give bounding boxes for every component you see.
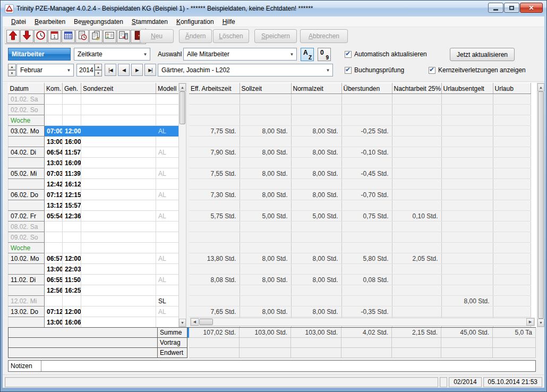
date-cell[interactable]: 03.02. Mo bbox=[8, 126, 45, 137]
modell-cell[interactable]: AL bbox=[156, 211, 179, 221]
modell-cell[interactable] bbox=[156, 243, 179, 253]
scroll-right-icon[interactable]: ▶ bbox=[526, 318, 534, 326]
date-cell[interactable]: 02.02. So bbox=[8, 105, 45, 115]
date-cell[interactable]: 10.02. Mo bbox=[8, 253, 45, 264]
nav-next-button[interactable]: ▶ bbox=[131, 64, 143, 76]
sonderzeit-cell[interactable] bbox=[81, 317, 156, 328]
sonderzeit-cell[interactable] bbox=[81, 190, 156, 200]
terminal-transfer-button[interactable] bbox=[117, 30, 130, 43]
sonderzeit-cell[interactable] bbox=[81, 221, 156, 232]
geht-cell[interactable]: 12:00 bbox=[63, 253, 81, 264]
geht-cell[interactable]: 12:00 bbox=[63, 126, 81, 137]
modell-cell[interactable]: AL bbox=[156, 126, 179, 137]
selection-combobox[interactable]: Alle Mitarbeiter ▼ bbox=[183, 48, 297, 61]
date-cell[interactable]: 08.02. Sa bbox=[8, 221, 45, 232]
modell-cell[interactable] bbox=[156, 317, 179, 328]
sonderzeit-cell[interactable] bbox=[81, 147, 156, 158]
month-stepper[interactable]: ▲ ▼ bbox=[8, 64, 16, 76]
kommt-cell[interactable]: 12:42 bbox=[45, 179, 63, 190]
date-cell[interactable]: 05.02. Mi bbox=[8, 168, 45, 179]
right-grid-hscrollbar[interactable]: ◀ ▶ bbox=[190, 318, 535, 326]
kommt-cell[interactable]: 13:00 bbox=[45, 137, 63, 147]
modell-cell[interactable] bbox=[156, 179, 179, 190]
modell-cell[interactable]: AL bbox=[156, 168, 179, 179]
view-combobox[interactable]: Zeitkarte ▼ bbox=[74, 48, 150, 61]
nav-prev-button[interactable]: ◀ bbox=[118, 64, 130, 76]
geht-cell[interactable] bbox=[63, 105, 81, 115]
scroll-thumb[interactable] bbox=[538, 91, 544, 319]
kommt-cell[interactable]: 06:57 bbox=[45, 253, 63, 264]
kommt-cell[interactable]: 07:00 bbox=[45, 126, 63, 137]
sonderzeit-cell[interactable] bbox=[81, 105, 156, 115]
geht-cell[interactable]: 15:57 bbox=[63, 200, 81, 211]
geht-cell[interactable] bbox=[63, 296, 81, 306]
month-combobox[interactable]: Februar ▼ bbox=[16, 64, 74, 76]
geht-cell[interactable]: 11:39 bbox=[63, 168, 81, 179]
geht-cell[interactable]: 11:57 bbox=[63, 147, 81, 158]
notes-input[interactable] bbox=[41, 361, 535, 371]
geht-cell[interactable] bbox=[63, 221, 81, 232]
modell-cell[interactable] bbox=[156, 200, 179, 211]
left-grid-vscrollbar[interactable]: ▲ ▼ bbox=[178, 83, 186, 327]
sonderzeit-cell[interactable] bbox=[81, 94, 156, 105]
menu-item-stammdaten[interactable]: Stammdaten bbox=[127, 16, 172, 27]
clock-button[interactable] bbox=[34, 30, 47, 43]
modell-cell[interactable] bbox=[156, 158, 179, 168]
scroll-thumb[interactable] bbox=[199, 319, 213, 325]
nav-last-button[interactable]: ▶| bbox=[144, 64, 156, 76]
year-field[interactable]: 2014 bbox=[76, 64, 95, 76]
date-cell[interactable]: 13.02. Do bbox=[8, 306, 45, 317]
geht-cell[interactable]: 16:00 bbox=[63, 137, 81, 147]
modell-cell[interactable]: AL bbox=[156, 275, 179, 285]
kommt-cell[interactable]: 07:12 bbox=[45, 306, 63, 317]
modell-cell[interactable] bbox=[156, 137, 179, 147]
sonderzeit-cell[interactable] bbox=[81, 306, 156, 317]
modell-cell[interactable] bbox=[156, 94, 179, 105]
menu-item-datei[interactable]: Datei bbox=[7, 16, 30, 27]
scroll-up-icon[interactable]: ▲ bbox=[537, 83, 544, 91]
kommt-cell[interactable]: 13:00 bbox=[45, 317, 63, 328]
kommt-cell[interactable]: 07:03 bbox=[45, 168, 63, 179]
sonderzeit-cell[interactable] bbox=[81, 232, 156, 243]
scroll-down-icon[interactable]: ▼ bbox=[179, 319, 186, 327]
date-cell[interactable] bbox=[8, 179, 45, 190]
modell-cell[interactable]: AL bbox=[156, 190, 179, 200]
modell-cell[interactable]: AL bbox=[156, 147, 179, 158]
sonderzeit-cell[interactable] bbox=[81, 285, 156, 296]
sonderzeit-cell[interactable] bbox=[81, 253, 156, 264]
geht-cell[interactable]: 12:00 bbox=[63, 306, 81, 317]
menu-item-bearbeiten[interactable]: Bearbeiten bbox=[30, 16, 70, 27]
geht-cell[interactable] bbox=[63, 115, 81, 126]
sonderzeit-cell[interactable] bbox=[81, 115, 156, 126]
geht-cell[interactable]: 16:25 bbox=[63, 285, 81, 296]
calendar-day-button[interactable]: 1 bbox=[48, 30, 61, 43]
kommt-cell[interactable]: 06:55 bbox=[45, 275, 63, 285]
geht-cell[interactable] bbox=[63, 243, 81, 253]
sonderzeit-cell[interactable] bbox=[81, 264, 156, 275]
time-report-button[interactable] bbox=[75, 30, 89, 43]
ndern-button[interactable]: Ändern bbox=[179, 29, 212, 43]
kommt-cell[interactable]: 13:00 bbox=[45, 264, 63, 275]
sonderzeit-cell[interactable] bbox=[81, 200, 156, 211]
kommt-cell[interactable]: 05:54 bbox=[45, 211, 63, 221]
date-cell[interactable]: 07.02. Fr bbox=[8, 211, 45, 221]
sonderzeit-cell[interactable] bbox=[81, 168, 156, 179]
geht-cell[interactable]: 12:36 bbox=[63, 211, 81, 221]
kommt-cell[interactable] bbox=[45, 94, 63, 105]
right-grid-vscrollbar[interactable]: ▲ ▼ bbox=[537, 83, 544, 327]
neu-button[interactable]: Neu bbox=[140, 29, 174, 43]
calendar-grid-button[interactable] bbox=[62, 30, 75, 43]
modell-cell[interactable] bbox=[156, 264, 179, 275]
sonderzeit-cell[interactable] bbox=[81, 158, 156, 168]
sort-alphabetic-button[interactable]: A Z bbox=[301, 48, 314, 61]
kommt-cell[interactable]: 07:12 bbox=[45, 190, 63, 200]
update-now-button[interactable]: Jetzt aktualisieren bbox=[450, 48, 515, 61]
kommt-cell[interactable] bbox=[45, 105, 63, 115]
date-cell[interactable] bbox=[8, 137, 45, 147]
booking-check-checkbox[interactable]: Buchungsprüfung bbox=[345, 64, 404, 76]
scroll-left-icon[interactable]: ◀ bbox=[191, 318, 199, 326]
kommt-cell[interactable] bbox=[45, 232, 63, 243]
modell-cell[interactable] bbox=[156, 285, 179, 296]
date-cell[interactable]: Woche bbox=[8, 115, 45, 126]
date-cell[interactable] bbox=[8, 158, 45, 168]
